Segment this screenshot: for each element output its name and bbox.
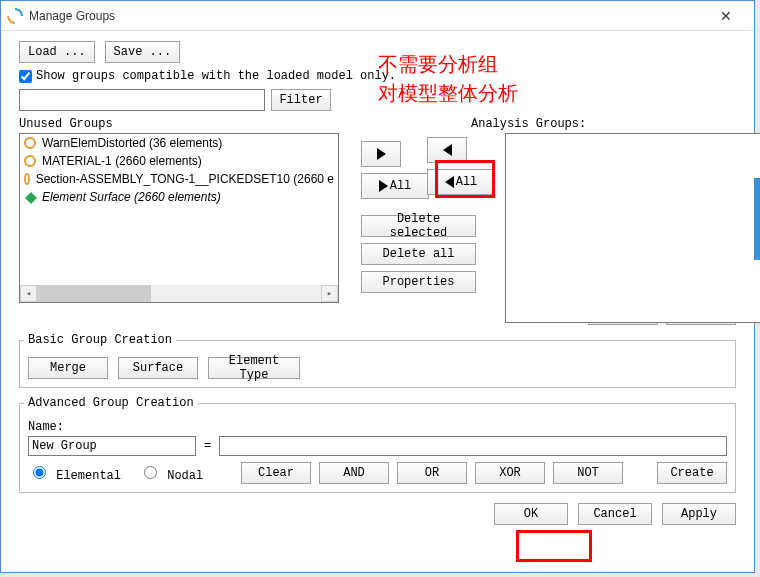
move-right-all-button[interactable]: All [361, 173, 429, 199]
list-item[interactable]: WarnElemDistorted (36 elements) [20, 134, 338, 152]
triangle-left-icon [445, 176, 454, 188]
scroll-track[interactable] [37, 285, 321, 302]
basic-group-creation: Basic Group Creation Merge Surface Eleme… [19, 333, 736, 388]
compat-checkbox-label: Show groups compatible with the loaded m… [36, 69, 396, 83]
advanced-group-creation: Advanced Group Creation Name: = Elementa… [19, 396, 736, 493]
advanced-legend: Advanced Group Creation [24, 396, 198, 410]
list-item[interactable]: Section-ASSEMBLY_TONG-1__PICKEDSET10 (26… [20, 170, 338, 188]
dialog-window: Manage Groups ✕ Load ... Save ... Show g… [0, 0, 755, 573]
unused-groups-list[interactable]: WarnElemDistorted (36 elements) MATERIAL… [19, 133, 339, 303]
horizontal-scrollbar[interactable]: ◂ ▸ [20, 285, 338, 302]
background-window-edge [754, 178, 760, 260]
new-group-name-input[interactable] [28, 436, 196, 456]
ring-icon [24, 173, 30, 185]
group-expression-input[interactable] [219, 436, 727, 456]
move-left-all-button[interactable]: All [427, 169, 495, 195]
filter-button[interactable]: Filter [271, 89, 331, 111]
ring-icon [24, 155, 36, 167]
list-item-label: Section-ASSEMBLY_TONG-1__PICKEDSET10 (26… [36, 172, 334, 186]
all-label: All [390, 179, 412, 193]
dialog-body: Load ... Save ... Show groups compatible… [1, 31, 754, 533]
triangle-left-icon [443, 144, 452, 156]
list-item-label: Element Surface (2660 elements) [42, 190, 221, 204]
element-type-button[interactable]: Element Type [208, 357, 300, 379]
nodal-radio[interactable] [144, 466, 157, 479]
or-button[interactable]: OR [397, 462, 467, 484]
create-button[interactable]: Create [657, 462, 727, 484]
properties-button[interactable]: Properties [361, 271, 476, 293]
list-item-label: MATERIAL-1 (2660 elements) [42, 154, 202, 168]
basic-legend: Basic Group Creation [24, 333, 176, 347]
all-label: All [456, 175, 478, 189]
diamond-icon [24, 191, 36, 203]
elemental-radio[interactable] [33, 466, 46, 479]
list-item-label: WarnElemDistorted (36 elements) [42, 136, 222, 150]
titlebar: Manage Groups ✕ [1, 1, 754, 31]
name-label: Name: [28, 420, 727, 434]
triangle-right-icon [379, 180, 388, 192]
and-button[interactable]: AND [319, 462, 389, 484]
unused-groups-label: Unused Groups [19, 117, 339, 131]
nodal-radio-label[interactable]: Nodal [139, 463, 203, 483]
cancel-button[interactable]: Cancel [578, 503, 652, 525]
scroll-thumb[interactable] [37, 285, 151, 302]
ok-button[interactable]: OK [494, 503, 568, 525]
delete-all-button[interactable]: Delete all [361, 243, 476, 265]
move-right-button[interactable] [361, 141, 401, 167]
analysis-groups-label: Analysis Groups: [471, 117, 760, 131]
compat-checkbox[interactable] [19, 70, 32, 83]
load-button[interactable]: Load ... [19, 41, 95, 63]
filter-input[interactable] [19, 89, 265, 111]
list-item[interactable]: Element Surface (2660 elements) [20, 188, 338, 206]
move-left-button[interactable] [427, 137, 467, 163]
scroll-left-icon[interactable]: ◂ [20, 285, 37, 302]
ring-icon [24, 137, 36, 149]
elemental-radio-label[interactable]: Elemental [28, 463, 121, 483]
equals-label: = [204, 439, 211, 453]
surface-button[interactable]: Surface [118, 357, 198, 379]
svg-marker-0 [25, 192, 37, 204]
merge-button[interactable]: Merge [28, 357, 108, 379]
clear-button[interactable]: Clear [241, 462, 311, 484]
window-title: Manage Groups [29, 9, 704, 23]
delete-selected-button[interactable]: Delete selected [361, 215, 476, 237]
compat-checkbox-row[interactable]: Show groups compatible with the loaded m… [19, 69, 736, 83]
triangle-right-icon [377, 148, 386, 160]
app-icon [7, 8, 23, 24]
list-item[interactable]: MATERIAL-1 (2660 elements) [20, 152, 338, 170]
save-button[interactable]: Save ... [105, 41, 181, 63]
analysis-groups-list[interactable] [505, 133, 760, 323]
xor-button[interactable]: XOR [475, 462, 545, 484]
scroll-right-icon[interactable]: ▸ [321, 285, 338, 302]
close-button[interactable]: ✕ [704, 2, 748, 30]
not-button[interactable]: NOT [553, 462, 623, 484]
apply-button[interactable]: Apply [662, 503, 736, 525]
